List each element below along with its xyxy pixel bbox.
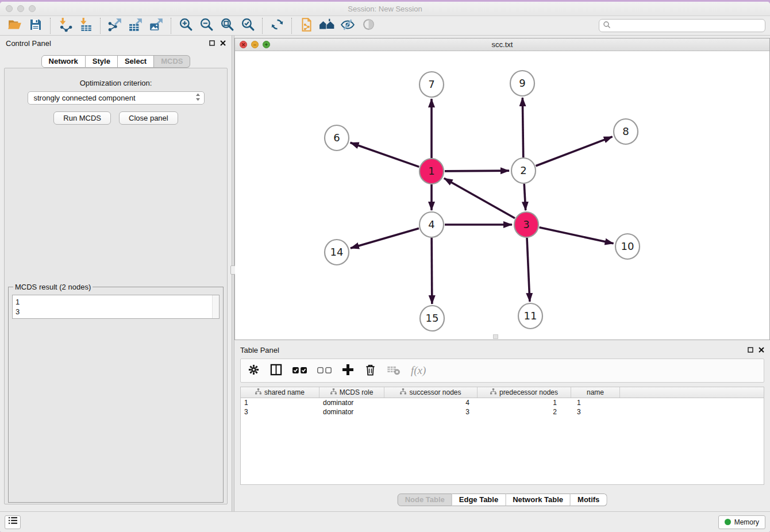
import-network-button[interactable]: [55, 17, 75, 34]
tab-mcds[interactable]: MCDS: [154, 55, 190, 68]
graph-node-14[interactable]: 14: [325, 240, 349, 265]
column-header-shared-name[interactable]: shared name: [241, 387, 319, 398]
graph-node-2[interactable]: 2: [511, 158, 536, 183]
export-table-button[interactable]: [125, 17, 146, 34]
zoom-fit-button[interactable]: [217, 17, 237, 34]
graph-edge-2-9[interactable]: [522, 98, 523, 157]
column-header-name[interactable]: name: [571, 387, 620, 398]
export-image-button[interactable]: [146, 17, 167, 34]
graph-edge-3-10[interactable]: [539, 228, 613, 244]
graph-edge-4-15[interactable]: [432, 238, 432, 304]
network-canvas[interactable]: 7968124314101511: [235, 51, 769, 340]
cell-predecessor-nodes[interactable]: 2: [478, 407, 571, 417]
mcds-result-line: 1: [16, 297, 216, 307]
cell-mcds-role[interactable]: dominator: [319, 407, 384, 417]
function-builder-button[interactable]: f(x): [411, 364, 426, 377]
graph-node-1[interactable]: 1: [419, 159, 444, 184]
tab-style[interactable]: Style: [86, 55, 118, 68]
tab-edge-table[interactable]: Edge Table: [452, 494, 506, 506]
float-panel-icon[interactable]: [209, 38, 215, 48]
cell-successor-nodes[interactable]: 4: [384, 398, 478, 407]
graph-edge-3-1[interactable]: [444, 178, 515, 218]
graph-edge-1-6[interactable]: [351, 142, 419, 167]
float-table-panel-icon[interactable]: [748, 345, 753, 355]
hide-graphics-button[interactable]: [337, 17, 358, 34]
tab-network[interactable]: Network: [41, 55, 86, 68]
show-columns-button[interactable]: [270, 364, 282, 378]
memory-status-icon: [725, 519, 731, 525]
graph-node-3[interactable]: 3: [514, 212, 538, 237]
zoom-in-button[interactable]: [175, 17, 196, 34]
add-column-button[interactable]: [342, 364, 354, 378]
memory-button[interactable]: Memory: [718, 515, 765, 529]
close-panel-button[interactable]: Close panel: [119, 111, 178, 125]
graph-node-10[interactable]: 10: [615, 234, 640, 259]
column-header-mcds-role[interactable]: MCDS role: [319, 387, 384, 398]
import-table-button[interactable]: [75, 17, 96, 34]
save-session-button[interactable]: [25, 17, 46, 34]
table-settings-button[interactable]: [248, 364, 260, 378]
cell-shared-name[interactable]: 1: [241, 398, 319, 407]
graph-node-8[interactable]: 8: [614, 119, 638, 144]
graph-edge-2-3[interactable]: [524, 184, 525, 210]
network-minimize-icon[interactable]: −: [251, 41, 259, 48]
close-window-icon[interactable]: [6, 5, 13, 12]
delete-column-button[interactable]: [364, 364, 376, 378]
mcds-result-textarea[interactable]: 1 3: [12, 295, 220, 319]
delete-table-button[interactable]: [387, 364, 401, 377]
document-share-icon: [299, 17, 314, 34]
cell-name[interactable]: 3: [571, 407, 620, 417]
network-maximize-icon[interactable]: +: [263, 41, 270, 48]
clone-network-button[interactable]: [296, 17, 317, 34]
table-tabs: Node Table Edge Table Network Table Moti…: [398, 494, 607, 506]
graph-node-4[interactable]: 4: [419, 212, 444, 237]
node-table: shared name MCDS role successor nodes pr…: [240, 387, 764, 485]
graph-node-6[interactable]: 6: [325, 125, 349, 151]
cell-name[interactable]: 1: [571, 398, 620, 407]
table-row[interactable]: 3 dominator 3 2 3: [241, 407, 764, 417]
table-row[interactable]: 1 dominator 4 1 1: [241, 398, 764, 407]
graph-node-9[interactable]: 9: [510, 71, 534, 96]
close-table-panel-icon[interactable]: [759, 345, 764, 355]
network-graph[interactable]: 7968124314101511: [235, 51, 769, 340]
tab-motifs[interactable]: Motifs: [571, 494, 607, 506]
control-panel-title: Control Panel: [6, 39, 51, 48]
graph-node-7[interactable]: 7: [419, 72, 444, 97]
select-all-button[interactable]: [292, 365, 307, 376]
deselect-all-button[interactable]: [317, 365, 332, 376]
result-scrollbar[interactable]: [212, 295, 219, 318]
svg-text:2: 2: [520, 164, 526, 176]
zoom-selected-button[interactable]: [237, 17, 258, 34]
search-input[interactable]: [613, 22, 761, 30]
column-header-predecessor-nodes[interactable]: predecessor nodes: [478, 387, 571, 398]
tab-node-table[interactable]: Node Table: [398, 494, 452, 506]
graph-node-15[interactable]: 15: [420, 306, 444, 331]
graph-node-11[interactable]: 11: [518, 303, 542, 329]
refresh-view-button[interactable]: [267, 17, 287, 34]
criterion-select[interactable]: strongly connected component: [28, 91, 205, 105]
network-close-icon[interactable]: ✕: [240, 41, 247, 48]
export-network-button[interactable]: [105, 17, 125, 34]
graph-edge-2-8[interactable]: [536, 137, 612, 166]
canvas-scroll-handle[interactable]: [493, 334, 498, 339]
cell-shared-name[interactable]: 3: [241, 407, 319, 417]
zoom-out-button[interactable]: [196, 17, 217, 34]
graph-edge-4-14[interactable]: [351, 228, 419, 248]
show-graphics-button[interactable]: [358, 17, 379, 34]
home-button[interactable]: [317, 17, 337, 34]
tab-select[interactable]: Select: [118, 55, 154, 68]
graph-edge-3-11[interactable]: [527, 238, 530, 302]
minimize-window-icon[interactable]: [17, 5, 24, 12]
search-box[interactable]: [599, 19, 765, 32]
column-header-successor-nodes[interactable]: successor nodes: [384, 387, 478, 398]
cell-successor-nodes[interactable]: 3: [384, 407, 478, 417]
cell-mcds-role[interactable]: dominator: [319, 398, 384, 407]
graph-edge-1-2[interactable]: [445, 171, 509, 171]
zoom-window-icon[interactable]: [29, 5, 36, 12]
close-panel-icon[interactable]: [220, 38, 226, 48]
open-session-button[interactable]: [5, 17, 25, 34]
cell-predecessor-nodes[interactable]: 1: [478, 398, 571, 407]
run-mcds-button[interactable]: Run MCDS: [53, 111, 111, 125]
tab-network-table[interactable]: Network Table: [506, 494, 571, 506]
show-panels-button[interactable]: [5, 515, 21, 529]
